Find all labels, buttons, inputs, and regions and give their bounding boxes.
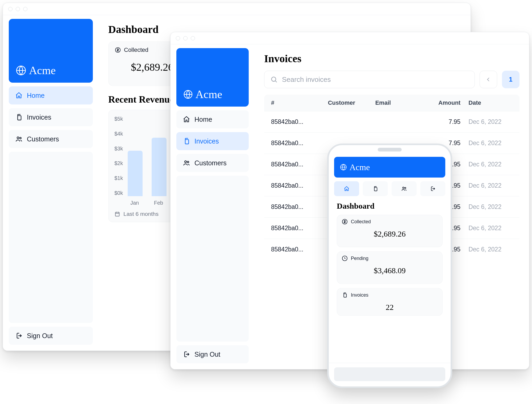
cell-date: Dec 6, 2022 (460, 246, 513, 253)
home-icon (344, 186, 350, 192)
col-amount: Amount (418, 99, 460, 106)
cell-id: 85842ba0... (271, 140, 328, 147)
traffic-light-close[interactable] (176, 36, 180, 40)
mobile-tab-invoices[interactable] (363, 181, 388, 196)
svg-point-10 (272, 77, 276, 81)
col-date: Date (460, 99, 513, 106)
search-icon (270, 76, 278, 83)
sidebar-spacer (176, 176, 249, 342)
table-row[interactable]: 85842ba0...7.95Dec 6, 2022 (264, 111, 519, 132)
cell-date: Dec 6, 2022 (460, 203, 513, 211)
globe-icon (183, 90, 193, 99)
traffic-light-minimize[interactable] (183, 36, 188, 40)
sidebar-item-label: Invoices (194, 137, 219, 145)
traffic-light-close[interactable] (8, 7, 13, 11)
svg-rect-17 (344, 294, 346, 297)
stat-label: Collected (351, 219, 371, 225)
sidebar-item-customers[interactable]: Customers (9, 130, 93, 148)
svg-rect-12 (374, 187, 377, 191)
traffic-light-zoom[interactable] (23, 7, 27, 11)
search-placeholder: Search invoices (282, 75, 331, 84)
chart-y-axis: $5k $4k $3k $2k $1k $0k (114, 115, 123, 197)
sign-out-icon (430, 186, 436, 192)
svg-point-2 (17, 137, 19, 139)
sidebar-item-signout[interactable]: Sign Out (9, 327, 93, 345)
sidebar: Acme Home Invoices Customers Sign Out (3, 15, 99, 351)
col-id: # (271, 99, 328, 106)
cell-amount: 7.95 (418, 118, 460, 125)
document-copy-icon (183, 137, 190, 145)
y-tick: $3k (114, 146, 123, 152)
sidebar-item-home[interactable]: Home (176, 110, 249, 128)
col-email: Email (375, 99, 418, 106)
brand-card: Acme (9, 19, 93, 83)
mobile-tab-signout[interactable] (420, 181, 445, 196)
stat-label: Collected (124, 47, 148, 53)
svg-point-14 (405, 187, 406, 189)
col-customer: Customer (328, 99, 375, 106)
cell-id: 85842ba0... (271, 118, 328, 125)
sidebar-item-invoices[interactable]: Invoices (176, 132, 249, 150)
arrow-left-icon (485, 77, 491, 82)
cell-id: 85842ba0... (271, 161, 328, 168)
sidebar-item-home[interactable]: Home (9, 86, 93, 104)
pager-prev[interactable] (480, 71, 497, 88)
traffic-light-zoom[interactable] (191, 36, 195, 40)
x-tick: Feb (151, 200, 166, 206)
y-tick: $2k (114, 160, 123, 166)
sidebar-item-invoices[interactable]: Invoices (9, 108, 93, 126)
mobile-bottom-bar (329, 363, 451, 386)
sidebar-item-label: Sign Out (194, 351, 220, 358)
sign-out-icon (15, 332, 23, 339)
phone-speaker (378, 148, 402, 152)
stat-label: Pending (351, 256, 368, 261)
chart-bar-feb (152, 138, 167, 196)
home-icon (183, 116, 190, 123)
mobile-main: Dashboard Collected $2,689.26 Pending $3… (329, 200, 451, 320)
sidebar-spacer (9, 152, 93, 323)
globe-icon (16, 65, 26, 76)
sidebar-item-label: Invoices (27, 113, 51, 121)
users-icon (15, 135, 23, 143)
window-titlebar (3, 3, 471, 15)
sidebar: Acme Home Invoices Customers Sign Out (171, 44, 255, 369)
mobile-tab-home[interactable] (334, 181, 359, 196)
dollar-circle-icon (115, 47, 121, 53)
svg-rect-7 (185, 140, 189, 144)
cell-date: Dec 6, 2022 (460, 182, 513, 189)
sidebar-item-customers[interactable]: Customers (176, 154, 249, 172)
pager-page-1[interactable]: 1 (502, 71, 519, 88)
cell-date: Dec 6, 2022 (460, 161, 513, 168)
sidebar-item-signout[interactable]: Sign Out (176, 345, 249, 363)
users-icon (183, 159, 190, 167)
svg-rect-1 (18, 116, 21, 120)
window-titlebar (171, 32, 529, 44)
page-title: Dashboard (337, 201, 443, 211)
dollar-circle-icon (342, 219, 348, 225)
y-tick: $0k (114, 190, 123, 196)
sidebar-item-label: Sign Out (27, 332, 53, 340)
svg-point-13 (403, 187, 404, 189)
stat-value: $2,689.26 (342, 225, 438, 243)
document-copy-icon (15, 113, 23, 121)
sign-out-icon (183, 351, 190, 358)
chart-footnote-text: Last 6 months (123, 211, 159, 217)
y-tick: $1k (114, 175, 123, 181)
svg-point-3 (20, 137, 21, 139)
y-tick: $4k (114, 131, 123, 137)
traffic-light-minimize[interactable] (16, 7, 20, 11)
mobile-nav (329, 178, 451, 200)
globe-icon (340, 164, 347, 171)
mobile-tab-customers[interactable] (392, 181, 417, 196)
search-input[interactable]: Search invoices (264, 71, 475, 88)
page-title: Invoices (264, 52, 519, 65)
clock-icon (342, 255, 348, 261)
brand-card: Acme (176, 48, 249, 107)
svg-point-9 (187, 161, 189, 163)
x-tick: Jan (127, 200, 142, 206)
stat-card-invoices: Invoices 22 (337, 288, 443, 316)
cell-id: 85842ba0... (271, 246, 328, 253)
pager-page-number: 1 (509, 76, 512, 83)
stat-value: $3,468.09 (342, 261, 438, 280)
svg-point-8 (185, 161, 186, 163)
